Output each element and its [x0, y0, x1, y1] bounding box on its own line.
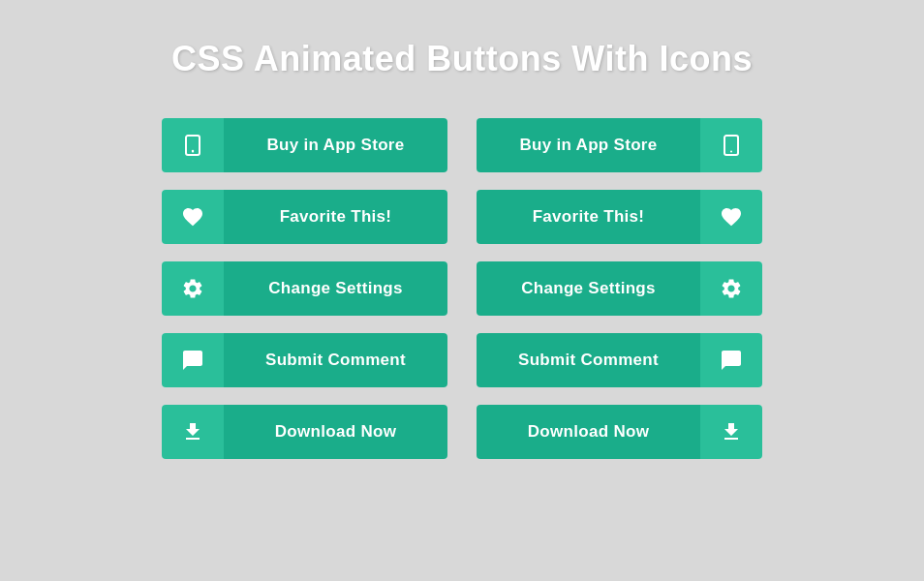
- tablet-icon-right: [700, 118, 762, 172]
- favorite-left-button[interactable]: Favorite This!: [162, 190, 447, 244]
- download-icon-right: [700, 405, 762, 459]
- download-left-button[interactable]: Download Now: [162, 405, 447, 459]
- comment-right-button[interactable]: Submit Comment: [477, 333, 762, 387]
- buy-app-store-left-button[interactable]: Buy in App Store: [162, 118, 447, 172]
- download-icon-left: [162, 405, 224, 459]
- tablet-icon-left: [162, 118, 224, 172]
- comment-left-button[interactable]: Submit Comment: [162, 333, 447, 387]
- download-left-label: Download Now: [224, 405, 447, 459]
- favorite-right-button[interactable]: Favorite This!: [477, 190, 762, 244]
- settings-left-label: Change Settings: [224, 261, 447, 316]
- comment-right-label: Submit Comment: [477, 333, 700, 387]
- page-title: CSS Animated Buttons With Icons: [171, 39, 753, 79]
- svg-point-2: [192, 151, 194, 153]
- settings-right-button[interactable]: Change Settings: [477, 261, 762, 316]
- buy-app-store-right-label: Buy in App Store: [477, 118, 700, 172]
- chat-icon-left: [162, 333, 224, 387]
- download-right-label: Download Now: [477, 405, 700, 459]
- buy-app-store-left-label: Buy in App Store: [224, 118, 447, 172]
- chat-icon-right: [700, 333, 762, 387]
- settings-right-label: Change Settings: [477, 261, 700, 316]
- download-right-button[interactable]: Download Now: [477, 405, 762, 459]
- gear-icon-right: [700, 261, 762, 316]
- heart-icon-right: [700, 190, 762, 244]
- heart-icon-left: [162, 190, 224, 244]
- buttons-grid: Buy in App Store Buy in App Store Favori…: [162, 118, 762, 459]
- settings-left-button[interactable]: Change Settings: [162, 261, 447, 316]
- comment-left-label: Submit Comment: [224, 333, 447, 387]
- favorite-left-label: Favorite This!: [224, 190, 447, 244]
- svg-point-4: [730, 151, 732, 153]
- buy-app-store-right-button[interactable]: Buy in App Store: [477, 118, 762, 172]
- favorite-right-label: Favorite This!: [477, 190, 700, 244]
- gear-icon-left: [162, 261, 224, 316]
